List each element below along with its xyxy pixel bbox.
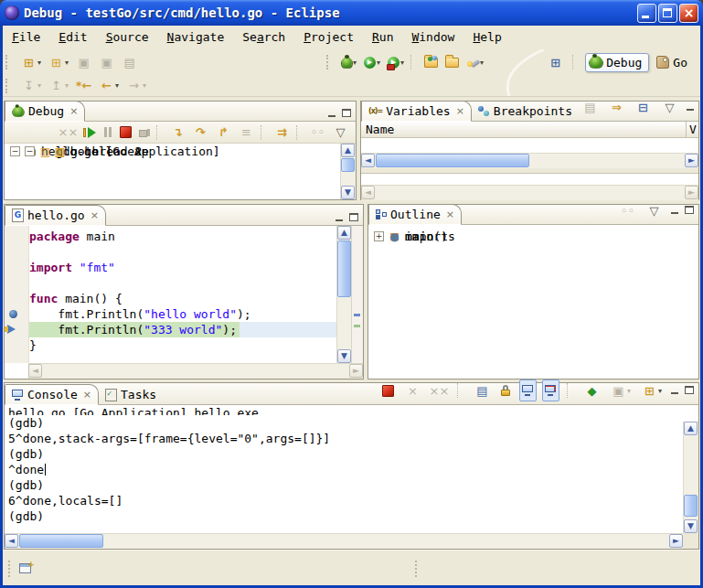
step-over-button[interactable]: ↷	[190, 122, 211, 144]
breakpoint-mark[interactable]	[354, 314, 360, 316]
console-output[interactable]: (gdb)5^done,stack-args=[frame={level="0"…	[5, 415, 683, 533]
tab-tasks[interactable]: Tasks	[99, 385, 163, 404]
gutter-row[interactable]	[5, 291, 28, 306]
new-project-button[interactable]: ⊞▾	[46, 51, 71, 73]
dropdown-arrow-icon[interactable]: ▾	[143, 81, 146, 90]
title-bar[interactable]: Debug - testGo/src/cmd/hello.go - Eclips…	[0, 0, 703, 26]
perspective-go-button[interactable]: Go	[652, 53, 695, 72]
scroll-down-button[interactable]: ▼	[341, 186, 355, 199]
vertical-scrollbar[interactable]: ▲ ▼	[683, 422, 698, 533]
dropdown-arrow-icon[interactable]: ▾	[480, 59, 484, 67]
scrollbar-thumb[interactable]	[19, 534, 103, 548]
menu-project[interactable]: Project	[294, 26, 363, 49]
minimize-view-icon[interactable]	[685, 102, 696, 112]
gutter-row[interactable]	[5, 337, 28, 353]
show-stderr-button[interactable]	[542, 380, 559, 401]
dropdown-arrow-icon[interactable]: ▾	[37, 81, 41, 90]
step-into-button[interactable]: ↴	[167, 122, 188, 144]
back-button[interactable]: ←▾	[96, 75, 122, 97]
tree-item[interactable]: ▥	[5, 144, 340, 159]
close-icon[interactable]: ×	[69, 105, 78, 117]
dropdown-arrow-icon[interactable]: ▾	[400, 59, 404, 67]
maximize-button[interactable]	[658, 4, 677, 23]
tab-hello-go[interactable]: G hello.go ×	[5, 205, 106, 226]
tree-item-main-[interactable]: ●main()	[368, 229, 698, 244]
resume-button[interactable]	[80, 122, 99, 144]
tab-console[interactable]: Console×	[5, 384, 99, 405]
close-icon[interactable]: ×	[456, 105, 464, 117]
variables-column-header[interactable]: Name V	[361, 122, 698, 138]
vertical-scrollbar[interactable]: ▲ ▼	[336, 226, 352, 363]
gutter-row[interactable]	[5, 229, 28, 244]
tab-variables[interactable]: (x)=Variables×	[361, 101, 472, 122]
minimize-view-icon[interactable]	[669, 386, 680, 395]
open-resource-button[interactable]	[442, 51, 462, 73]
horizontal-scrollbar[interactable]: ◄ ►	[5, 533, 683, 549]
scroll-right-button[interactable]: ►	[669, 534, 683, 548]
scroll-up-button[interactable]: ▲	[337, 226, 351, 240]
horizontal-scrollbar[interactable]: ◄ ►	[361, 153, 698, 168]
open-perspective-button[interactable]: ⊞	[545, 51, 566, 73]
minimize-view-icon[interactable]	[326, 109, 337, 118]
menu-search[interactable]: Search	[233, 26, 294, 49]
code-editor[interactable]: package mainimport "fmt"func main() { fm…	[5, 226, 363, 363]
terminate-button[interactable]	[379, 380, 397, 401]
dropdown-arrow-icon[interactable]: ▾	[627, 387, 631, 395]
dropdown-arrow-icon[interactable]: ▾	[353, 59, 357, 67]
vertical-scrollbar[interactable]: ▲ ▼	[340, 144, 356, 199]
instruction-pointer-mark[interactable]	[354, 325, 360, 327]
dropdown-arrow-icon[interactable]: ▾	[115, 81, 119, 90]
scroll-up-button[interactable]: ▲	[684, 422, 698, 435]
show-stdout-button[interactable]	[519, 380, 537, 401]
code-line[interactable]: }	[29, 337, 336, 353]
maximize-view-icon[interactable]	[341, 109, 352, 118]
gutter-row[interactable]	[5, 260, 28, 275]
tab-breakpoints[interactable]: Breakpoints	[472, 102, 579, 121]
editor-gutter[interactable]	[5, 226, 29, 363]
perspective-debug-button[interactable]: Debug	[585, 53, 649, 72]
pin-console-button[interactable]: ◆	[581, 380, 602, 401]
scroll-left-button[interactable]: ◄	[361, 154, 375, 167]
menu-source[interactable]: Source	[97, 26, 158, 49]
tab-debug[interactable]: Debug ×	[5, 101, 85, 122]
debug-button[interactable]: ▾	[339, 51, 359, 73]
gutter-row[interactable]	[5, 306, 28, 322]
code-line[interactable]	[29, 244, 336, 260]
minimize-view-icon[interactable]	[669, 206, 680, 215]
show-logical-structures-button[interactable]: ⇒	[606, 96, 627, 118]
menu-help[interactable]: Help	[463, 26, 510, 49]
dropdown-arrow-icon[interactable]: ▾	[37, 59, 41, 67]
clear-console-button[interactable]: ▤	[472, 380, 493, 401]
gutter-row[interactable]	[5, 275, 28, 291]
code-line[interactable]: package main	[29, 229, 336, 244]
breakpoint-icon[interactable]	[9, 310, 17, 318]
maximize-view-icon[interactable]	[699, 102, 700, 112]
gutter-row[interactable]	[5, 322, 28, 337]
scroll-right-button[interactable]: ►	[685, 154, 698, 167]
scroll-up-button[interactable]: ▲	[341, 144, 355, 157]
use-step-filters-button[interactable]: ⇉	[272, 122, 293, 144]
scrollbar-thumb[interactable]	[337, 241, 351, 297]
close-icon[interactable]: ×	[83, 389, 91, 401]
code-line[interactable]	[29, 275, 336, 291]
menu-edit[interactable]: Edit	[49, 26, 96, 49]
code-line[interactable]: import "fmt"	[29, 260, 336, 275]
minimize-button[interactable]	[637, 4, 656, 23]
scroll-down-button[interactable]: ▼	[337, 349, 351, 363]
fast-view-icon[interactable]	[19, 563, 31, 573]
dropdown-arrow-icon[interactable]: ▾	[658, 387, 662, 395]
view-menu-button[interactable]: ▽	[659, 96, 680, 118]
code-line[interactable]: fmt.Println("hello world");	[29, 306, 336, 322]
collapse-all-button[interactable]: ⊟	[633, 96, 654, 118]
view-menu-button[interactable]: ▽	[644, 199, 665, 221]
overview-ruler[interactable]	[351, 226, 363, 363]
close-icon[interactable]: ×	[446, 208, 454, 220]
menu-file[interactable]: File	[3, 26, 49, 49]
menu-window[interactable]: Window	[402, 26, 463, 49]
menu-run[interactable]: Run	[363, 26, 402, 49]
maximize-view-icon[interactable]	[684, 386, 695, 395]
variables-detail-pane[interactable]	[361, 173, 698, 186]
minimize-view-icon[interactable]	[334, 213, 345, 222]
step-return-button[interactable]: ↱	[213, 122, 234, 144]
dropdown-arrow-icon[interactable]: ▾	[377, 59, 380, 67]
